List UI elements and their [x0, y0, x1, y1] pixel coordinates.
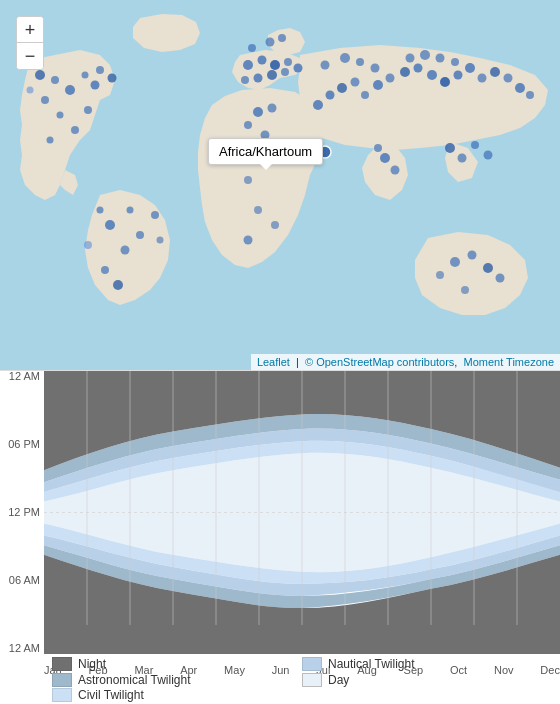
svg-point-66: [458, 154, 467, 163]
svg-point-37: [268, 104, 277, 113]
attribution-osm[interactable]: © OpenStreetMap contributors: [305, 356, 454, 368]
svg-point-47: [351, 78, 360, 87]
y-label-12am-bottom: 12 AM: [0, 643, 44, 654]
nautical-swatch: [302, 657, 322, 671]
svg-point-28: [254, 74, 263, 83]
svg-point-33: [248, 44, 256, 52]
svg-point-58: [490, 67, 500, 77]
zoom-in-button[interactable]: +: [17, 17, 43, 43]
svg-point-54: [440, 77, 450, 87]
svg-point-4: [41, 96, 49, 104]
svg-point-13: [108, 74, 117, 83]
legend-item-civil: Civil Twilight: [52, 688, 302, 702]
svg-point-24: [243, 60, 253, 70]
svg-point-26: [270, 60, 280, 70]
svg-point-72: [496, 274, 505, 283]
svg-point-75: [321, 61, 330, 70]
svg-point-7: [71, 126, 79, 134]
svg-point-52: [414, 64, 423, 73]
svg-point-25: [258, 56, 267, 65]
svg-point-61: [526, 91, 534, 99]
svg-point-79: [406, 54, 415, 63]
svg-point-73: [461, 286, 469, 294]
svg-point-11: [35, 70, 45, 80]
svg-point-9: [84, 106, 92, 114]
y-label-12am-top: 12 AM: [0, 371, 44, 382]
svg-point-64: [374, 144, 382, 152]
svg-point-67: [471, 141, 479, 149]
svg-point-5: [91, 81, 100, 90]
y-axis: 12 AM 06 PM 12 PM 06 AM 12 AM: [0, 371, 44, 654]
y-label-12pm: 12 PM: [0, 507, 44, 518]
day-swatch: [302, 673, 322, 687]
svg-point-51: [400, 67, 410, 77]
svg-point-20: [151, 211, 159, 219]
svg-point-29: [267, 70, 277, 80]
svg-point-21: [157, 237, 164, 244]
y-label-6pm: 06 PM: [0, 439, 44, 450]
svg-point-56: [465, 63, 475, 73]
chart-section: 12 AM 06 PM 12 PM 06 AM 12 AM: [0, 370, 560, 704]
svg-point-23: [127, 207, 134, 214]
svg-point-69: [450, 257, 460, 267]
svg-point-40: [244, 176, 252, 184]
map-tooltip: Africa/Khartoum: [208, 138, 323, 165]
svg-point-80: [420, 50, 430, 60]
legend-item-nautical: Nautical Twilight: [302, 657, 552, 671]
world-map: [0, 0, 560, 370]
svg-point-65: [445, 143, 455, 153]
svg-point-81: [436, 54, 445, 63]
svg-point-15: [121, 246, 130, 255]
svg-point-48: [361, 91, 369, 99]
svg-point-14: [105, 220, 115, 230]
svg-point-78: [371, 64, 380, 73]
attribution-leaflet[interactable]: Leaflet: [257, 356, 290, 368]
svg-point-55: [454, 71, 463, 80]
svg-point-46: [337, 83, 347, 93]
svg-point-2: [65, 85, 75, 95]
svg-point-16: [136, 231, 144, 239]
legend-item-astronomical: Astronomical Twilight: [52, 673, 302, 687]
svg-point-3: [82, 72, 89, 79]
svg-point-71: [483, 263, 493, 273]
svg-point-49: [373, 80, 383, 90]
svg-point-53: [427, 70, 437, 80]
svg-point-60: [515, 83, 525, 93]
legend-item-night: Night: [52, 657, 302, 671]
day-label: Day: [328, 673, 349, 687]
svg-point-38: [244, 121, 252, 129]
svg-point-10: [27, 87, 34, 94]
tooltip-text: Africa/Khartoum: [219, 144, 312, 159]
svg-point-76: [340, 53, 350, 63]
y-label-6am: 06 AM: [0, 575, 44, 586]
svg-point-44: [313, 100, 323, 110]
chart-legend: Night Nautical Twilight Astronomical Twi…: [44, 654, 560, 704]
zoom-controls: + −: [16, 16, 44, 70]
svg-point-35: [278, 34, 286, 42]
attribution-moment[interactable]: Moment Timezone: [464, 356, 554, 368]
svg-point-22: [84, 241, 92, 249]
svg-point-1: [51, 76, 59, 84]
svg-point-68: [484, 151, 493, 160]
map-container[interactable]: + − Africa/Khartoum Leaflet | © OpenStre…: [0, 0, 560, 370]
svg-point-59: [504, 74, 513, 83]
svg-point-32: [294, 64, 303, 73]
svg-point-27: [284, 58, 292, 66]
legend-item-day: Day: [302, 673, 552, 687]
astronomical-label: Astronomical Twilight: [78, 673, 191, 687]
night-label: Night: [78, 657, 106, 671]
nautical-label: Nautical Twilight: [328, 657, 414, 671]
twilight-chart: [44, 371, 560, 654]
map-attribution: Leaflet | © OpenStreetMap contributors, …: [251, 354, 560, 370]
svg-point-77: [356, 58, 364, 66]
svg-point-18: [113, 280, 123, 290]
svg-point-70: [468, 251, 477, 260]
svg-point-74: [436, 271, 444, 279]
night-swatch: [52, 657, 72, 671]
svg-point-30: [281, 68, 289, 76]
svg-point-42: [244, 236, 253, 245]
zoom-out-button[interactable]: −: [17, 43, 43, 69]
svg-point-57: [478, 74, 487, 83]
svg-point-43: [271, 221, 279, 229]
svg-point-34: [266, 38, 275, 47]
